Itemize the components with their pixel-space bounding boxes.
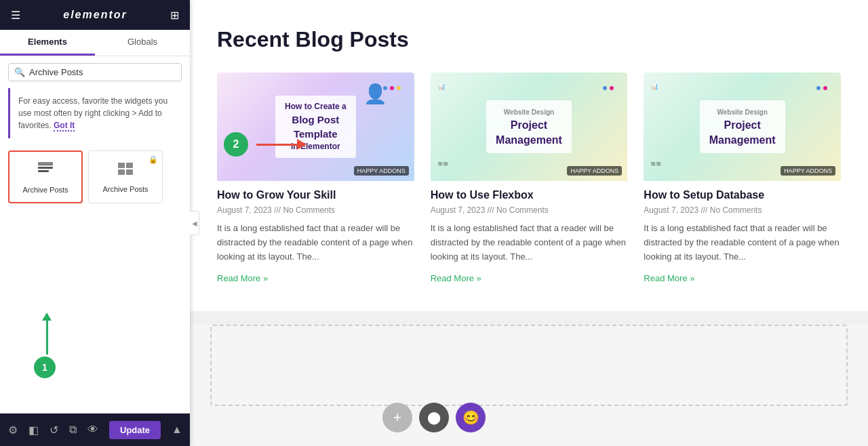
card2-dots: [603, 86, 614, 90]
got-it-link[interactable]: Got It: [54, 121, 75, 131]
widget-archive-posts-selected[interactable]: Archive Posts: [8, 150, 83, 203]
blog-card-2-meta: August 7, 2023 /// No Comments: [431, 205, 628, 215]
arrow-up-head: [42, 312, 52, 321]
svg-rect-5: [126, 163, 133, 168]
copy-icon[interactable]: ⧉: [69, 424, 77, 436]
sidebar-bottom-bar: ⚙ ◧ ↺ ⧉ 👁 Update ▲: [0, 413, 190, 446]
blog-card-2-excerpt: It is a long established fact that a rea…: [431, 222, 628, 264]
search-wrapper: 🔍: [8, 63, 182, 81]
floating-add-button[interactable]: +: [382, 403, 412, 432]
step-arrow-line: [256, 144, 297, 146]
card3-image-text: Website DesignProjectManagement: [700, 100, 785, 154]
svg-rect-2: [38, 170, 49, 172]
dot-5: [610, 86, 614, 90]
person-icon: 👤: [363, 83, 387, 105]
blog-card-3-readmore[interactable]: Read More »: [644, 273, 694, 283]
blog-card-2-content: How to Use Flexbox August 7, 2023 /// No…: [431, 181, 628, 284]
eye-icon[interactable]: 👁: [87, 424, 98, 436]
elementor-logo: elementor: [63, 9, 127, 21]
happy-addons-badge-3: HAPPY ADDONS: [781, 166, 835, 176]
blog-card-1-readmore[interactable]: Read More »: [217, 273, 268, 283]
blog-card-3-excerpt: It is a long established fact that a rea…: [644, 222, 841, 264]
floating-folder-button[interactable]: ⬤: [419, 403, 449, 432]
happy-addons-badge-2: HAPPY ADDONS: [567, 166, 622, 176]
step-arrow-head: [297, 139, 307, 150]
step1-arrow: [42, 312, 52, 354]
hamburger-icon[interactable]: ☰: [11, 9, 20, 22]
widget-archive-icon-1: [36, 160, 55, 182]
tab-elements[interactable]: Elements: [0, 30, 95, 56]
svg-rect-6: [118, 169, 125, 175]
lock-icon: 🔒: [149, 155, 158, 164]
card2-chart: 📊: [437, 83, 446, 90]
blog-card-3-image: Website DesignProjectManagement HAPPY AD…: [644, 73, 841, 181]
blog-card-3-title: How to Setup Database: [644, 189, 841, 201]
chevron-up-icon[interactable]: ▲: [172, 424, 182, 436]
dot-2: [390, 86, 394, 90]
settings-icon[interactable]: ⚙: [8, 424, 18, 437]
svg-rect-3: [38, 162, 53, 165]
blog-card-1-excerpt: It is a long established fact that a rea…: [217, 222, 414, 264]
widget-archive-posts-2[interactable]: 🔒 Archive Posts: [88, 150, 163, 203]
blog-card-3-meta: August 7, 2023 /// No Comments: [644, 205, 841, 215]
grid-icon[interactable]: ⊞: [170, 9, 179, 22]
floating-emoji-button[interactable]: 😊: [456, 403, 486, 432]
blog-card-2-image: Website DesignProjectManagement HAPPY AD…: [431, 73, 628, 181]
canvas-area: Recent Blog Posts 👤 How to Create aBlog …: [190, 0, 868, 446]
sidebar-collapse-handle[interactable]: ◀: [190, 211, 199, 235]
step-badge-2: 2: [224, 132, 248, 157]
main-canvas: 2 Recent Blog Posts 👤: [190, 0, 868, 446]
sidebar-search-container: 🔍: [0, 56, 190, 88]
happy-addons-badge-1: HAPPY ADDONS: [354, 166, 409, 176]
sidebar-tabs: Elements Globals: [0, 30, 190, 56]
svg-rect-4: [118, 163, 125, 168]
svg-rect-7: [126, 169, 133, 175]
blog-card-1: 👤 How to Create aBlog PostTemplatein Ele…: [217, 73, 414, 284]
update-button[interactable]: Update: [109, 421, 161, 439]
step2-container: 2: [224, 132, 307, 157]
card3-chart: 📊: [650, 83, 658, 90]
widget-label-1: Archive Posts: [22, 186, 68, 194]
widget-label-2: Archive Posts: [102, 185, 148, 193]
blog-card-1-image: 👤 How to Create aBlog PostTemplatein Ele…: [217, 73, 414, 181]
dot-3: [397, 86, 401, 90]
dot-4: [603, 86, 607, 90]
dot-6: [816, 86, 821, 90]
blog-card-2-readmore[interactable]: Read More »: [431, 273, 481, 283]
sidebar-header: ☰ elementor ⊞: [0, 0, 190, 30]
empty-canvas-area: [190, 325, 868, 446]
empty-area-border: [210, 325, 848, 406]
blog-section-title: Recent Blog Posts: [217, 27, 841, 52]
history-icon[interactable]: ↺: [50, 424, 58, 437]
layers-icon[interactable]: ◧: [28, 424, 39, 437]
tab-globals[interactable]: Globals: [95, 30, 190, 56]
sidebar-tip: For easy access, favorite the widgets yo…: [8, 88, 182, 138]
blog-card-1-title: How to Grow Your Skill: [217, 189, 414, 201]
blog-card-1-content: How to Grow Your Skill August 7, 2023 //…: [217, 181, 414, 284]
step2-arrow: [256, 139, 307, 150]
card2-decoration: ≋≋: [437, 160, 448, 167]
svg-rect-1: [38, 167, 53, 169]
blog-card-1-meta: August 7, 2023 /// No Comments: [217, 205, 414, 215]
widget-archive-icon-2: [116, 159, 135, 181]
tip-text: For easy access, favorite the widgets yo…: [18, 96, 167, 130]
sidebar: ☰ elementor ⊞ Elements Globals 🔍 For eas…: [0, 0, 190, 446]
search-input[interactable]: [29, 67, 176, 77]
sidebar-widgets-grid: Archive Posts 🔒 Archive Posts: [0, 145, 190, 209]
blog-card-2-title: How to Use Flexbox: [431, 189, 628, 201]
blog-card-3-content: How to Setup Database August 7, 2023 ///…: [644, 181, 841, 284]
card3-dots: [816, 86, 827, 90]
blog-card-3: Website DesignProjectManagement HAPPY AD…: [644, 73, 841, 284]
blog-grid: 👤 How to Create aBlog PostTemplatein Ele…: [217, 73, 841, 284]
dot-7: [823, 86, 827, 90]
card2-image-text: Website DesignProjectManagement: [486, 100, 572, 154]
blog-card-2: Website DesignProjectManagement HAPPY AD…: [431, 73, 628, 284]
chevron-left-icon: ◀: [192, 220, 197, 227]
search-icon: 🔍: [14, 67, 25, 77]
arrow-up-line: [46, 321, 48, 354]
floating-buttons: + ⬤ 😊: [382, 403, 486, 432]
card3-decoration: ≋≋: [650, 160, 661, 167]
step-badge-1: 1: [34, 357, 56, 378]
